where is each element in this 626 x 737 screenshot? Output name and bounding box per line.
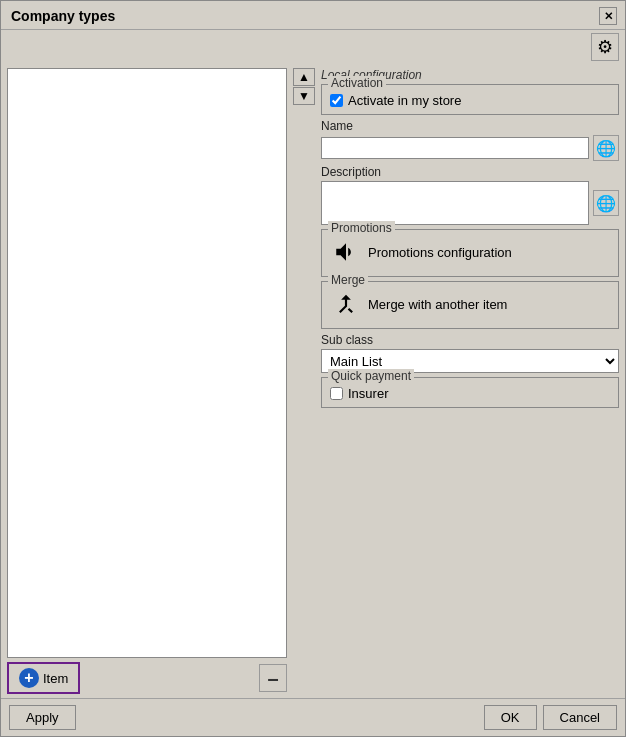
promotions-action-row[interactable]: Promotions configuration [330, 234, 610, 270]
activate-label: Activate in my store [348, 93, 461, 108]
right-config-area: Local configuration Activation Activate … [321, 68, 619, 412]
description-field-row: Description 🌐 [321, 165, 619, 225]
merge-action-label: Merge with another item [368, 297, 507, 312]
promotions-group: Promotions Promotions configuration [321, 229, 619, 277]
list-controls: + Item – [7, 662, 287, 694]
remove-item-button[interactable]: – [259, 664, 287, 692]
quick-payment-group: Quick payment Insurer [321, 377, 619, 408]
title-bar: Company types ✕ [1, 1, 625, 30]
merge-action-row[interactable]: Merge with another item [330, 286, 610, 322]
merge-legend: Merge [328, 273, 368, 287]
left-panel: + Item – [7, 68, 287, 694]
merge-group: Merge Merge with another item [321, 281, 619, 329]
name-field-row: Name 🌐 [321, 119, 619, 161]
right-panel: ▲ ▼ Local configuration Activation Activ… [293, 68, 619, 694]
up-down-arrows: ▲ ▼ [293, 68, 315, 105]
list-area [7, 68, 287, 658]
gear-icon: ⚙ [597, 36, 613, 58]
description-input[interactable] [321, 181, 589, 225]
dialog-title: Company types [11, 8, 115, 24]
activation-row: Activate in my store [330, 93, 610, 108]
merge-icon [332, 290, 360, 318]
remove-icon: – [267, 667, 278, 690]
ok-button[interactable]: OK [484, 705, 537, 730]
name-label: Name [321, 119, 619, 133]
name-globe-button[interactable]: 🌐 [593, 135, 619, 161]
add-item-label: Item [43, 671, 68, 686]
activation-legend: Activation [328, 76, 386, 90]
down-arrow-button[interactable]: ▼ [293, 87, 315, 105]
gear-button[interactable]: ⚙ [591, 33, 619, 61]
down-arrow-icon: ▼ [298, 89, 310, 103]
close-button[interactable]: ✕ [599, 7, 617, 25]
up-arrow-button[interactable]: ▲ [293, 68, 315, 86]
quick-payment-row: Insurer [330, 386, 610, 401]
description-field-container: 🌐 [321, 181, 619, 225]
globe-icon-2: 🌐 [596, 194, 616, 213]
name-field-container: 🌐 [321, 135, 619, 161]
quick-payment-legend: Quick payment [328, 369, 414, 383]
insurer-label: Insurer [348, 386, 388, 401]
promotions-legend: Promotions [328, 221, 395, 235]
toolbar-row: ⚙ [1, 30, 625, 64]
add-icon: + [19, 668, 39, 688]
bottom-bar: Apply OK Cancel [1, 698, 625, 736]
insurer-checkbox[interactable] [330, 387, 343, 400]
top-controls: ▲ ▼ Local configuration Activation Activ… [293, 68, 619, 412]
globe-icon: 🌐 [596, 139, 616, 158]
description-globe-button[interactable]: 🌐 [593, 190, 619, 216]
cancel-button[interactable]: Cancel [543, 705, 617, 730]
dialog: Company types ✕ ⚙ + Item – [0, 0, 626, 737]
activate-checkbox[interactable] [330, 94, 343, 107]
add-item-button[interactable]: + Item [7, 662, 80, 694]
sub-class-label: Sub class [321, 333, 619, 347]
description-label: Description [321, 165, 619, 179]
apply-button[interactable]: Apply [9, 705, 76, 730]
promotions-icon [332, 238, 360, 266]
up-arrow-icon: ▲ [298, 70, 310, 84]
main-content: + Item – ▲ ▼ [1, 64, 625, 698]
promotions-action-label: Promotions configuration [368, 245, 512, 260]
activation-group: Activation Activate in my store [321, 84, 619, 115]
name-input[interactable] [321, 137, 589, 159]
sub-class-row: Sub class Main List Option 2 Option 3 [321, 333, 619, 373]
